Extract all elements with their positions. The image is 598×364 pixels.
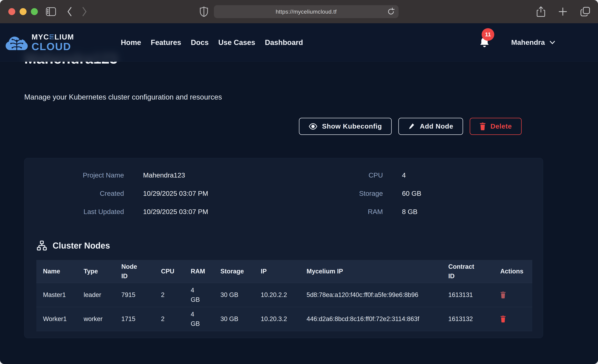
nav-link-dashboard[interactable]: Dashboard [265, 38, 303, 47]
detail-label: RAM [281, 208, 383, 216]
nav-link-docs[interactable]: Docs [191, 38, 209, 47]
col-storage: Storage [214, 260, 254, 283]
cell-actions [494, 307, 532, 331]
cell-ram: 4 GB [184, 283, 214, 307]
cell-type: worker [77, 307, 115, 331]
eye-icon [309, 123, 317, 130]
brand-wordmark: MYCELIUM CLOUD [32, 33, 74, 52]
table-header-row: Name Type Node ID CPU RAM Storage IP Myc… [36, 260, 532, 283]
back-icon[interactable] [66, 7, 73, 17]
detail-label: Created [25, 190, 124, 198]
cell-node-id: 7915 [115, 283, 154, 307]
notification-count-badge: 11 [482, 28, 494, 41]
table-row: Master1 leader 7915 2 4 GB 30 GB 10.20.2… [36, 283, 532, 307]
notifications-button[interactable]: 11 [479, 37, 490, 48]
url-input[interactable]: https://myceliumcloud.tf [214, 5, 399, 18]
cluster-details-panel: Project Name Mahendra123 CPU 4 Created 1… [24, 158, 543, 338]
forward-icon[interactable] [81, 7, 88, 17]
screenshot-canvas: https://myceliumcloud.tf [0, 0, 598, 364]
site-navbar: MYCELIUM CLOUD Home Features Docs Use Ca… [0, 23, 598, 62]
page-subtitle: Manage your Kubernetes cluster configura… [24, 93, 222, 101]
cell-actions [494, 283, 532, 307]
cell-ram: 4 GB [184, 307, 214, 331]
detail-value-ram: 8 GB [383, 208, 543, 216]
cell-cpu: 2 [154, 307, 184, 331]
delete-node-button[interactable] [500, 315, 506, 323]
nav-link-use-cases[interactable]: Use Cases [218, 38, 255, 47]
nav-links: Home Features Docs Use Cases Dashboard [121, 38, 303, 47]
nav-link-features[interactable]: Features [151, 38, 181, 47]
url-text: https://myceliumcloud.tf [276, 8, 337, 15]
show-kubeconfig-button[interactable]: Show Kubeconfig [299, 118, 392, 135]
detail-label: Project Name [25, 171, 124, 179]
reload-icon[interactable] [387, 8, 395, 16]
trash-icon [500, 291, 506, 298]
page-viewport: Mahendra123 Manage your Kubernetes clust… [0, 23, 598, 364]
page-content: Mahendra123 Manage your Kubernetes clust… [0, 23, 598, 364]
tabs-overview-icon[interactable] [581, 7, 590, 17]
minimize-window-button[interactable] [20, 8, 26, 15]
detail-value-last-updated: 10/29/2025 03:07 PM [124, 208, 281, 216]
cell-contract-id: 1613132 [442, 307, 494, 331]
user-menu[interactable]: Mahendra [511, 38, 555, 46]
cell-storage: 30 GB [214, 283, 254, 307]
delete-node-button[interactable] [500, 291, 506, 298]
address-bar-zone: https://myceliumcloud.tf [199, 5, 399, 18]
show-kubeconfig-label: Show Kubeconfig [322, 123, 382, 130]
delete-label: Delete [490, 123, 512, 130]
detail-label: Storage [281, 190, 383, 198]
cell-name: Master1 [36, 283, 77, 307]
traffic-lights [8, 8, 38, 15]
cell-cpu: 2 [154, 283, 184, 307]
cell-mycelium-ip: 5d8:78ea:a120:f40c:ff0f:a5fe:99e6:8b96 [300, 283, 442, 307]
privacy-shield-icon[interactable] [199, 6, 208, 17]
cell-name: Worker1 [36, 307, 77, 331]
cluster-details-grid: Project Name Mahendra123 CPU 4 Created 1… [25, 158, 543, 226]
cluster-nodes-title: Cluster Nodes [53, 241, 110, 250]
cell-type: leader [77, 283, 115, 307]
add-node-label: Add Node [420, 123, 453, 130]
nodes-table: Name Type Node ID CPU RAM Storage IP Myc… [36, 260, 532, 331]
col-contract-id: Contract ID [442, 260, 494, 283]
delete-cluster-button[interactable]: Delete [470, 118, 522, 135]
cell-contract-id: 1613131 [442, 283, 494, 307]
detail-value-cpu: 4 [383, 171, 543, 179]
detail-label: CPU [281, 171, 383, 179]
nav-right: 11 Mahendra [479, 37, 555, 48]
share-icon[interactable] [537, 6, 545, 17]
detail-value-storage: 60 GB [383, 190, 543, 198]
table-row: Worker1 worker 1715 2 4 GB 30 GB 10.20.3… [36, 307, 532, 331]
cell-ip: 10.20.2.2 [254, 283, 300, 307]
trash-icon [500, 315, 506, 323]
cell-mycelium-ip: 446:d2a6:8bcd:8c16:ff0f:72e2:3114:863f [300, 307, 442, 331]
new-tab-icon[interactable] [558, 7, 567, 16]
stylized-e: E [49, 33, 54, 41]
col-name: Name [36, 260, 77, 283]
sidebar-toggle-icon[interactable] [46, 7, 56, 16]
col-actions: Actions [494, 260, 532, 283]
col-node-id: Node ID [115, 260, 154, 283]
col-type: Type [77, 260, 115, 283]
col-ip: IP [254, 260, 300, 283]
browser-toolbar: https://myceliumcloud.tf [0, 0, 598, 23]
user-name: Mahendra [511, 38, 545, 46]
pencil-icon [408, 123, 415, 130]
cell-storage: 30 GB [214, 307, 254, 331]
brand-logo[interactable]: MYCELIUM CLOUD [5, 33, 74, 52]
browser-window: https://myceliumcloud.tf [0, 0, 598, 364]
trash-icon [480, 123, 486, 130]
add-node-button[interactable]: Add Node [398, 118, 463, 135]
close-window-button[interactable] [8, 8, 15, 15]
zoom-window-button[interactable] [31, 8, 38, 15]
detail-value-created: 10/29/2025 03:07 PM [124, 190, 281, 198]
cluster-actions: Show Kubeconfig Add Node [299, 118, 522, 135]
nodes-table-wrap: Name Type Node ID CPU RAM Storage IP Myc… [36, 260, 532, 331]
col-cpu: CPU [154, 260, 184, 283]
nav-link-home[interactable]: Home [121, 38, 141, 47]
network-nodes-icon [37, 240, 47, 251]
col-ram: RAM [184, 260, 214, 283]
detail-value-project-name: Mahendra123 [124, 171, 281, 179]
cell-node-id: 1715 [115, 307, 154, 331]
cell-ip: 10.20.3.2 [254, 307, 300, 331]
detail-label: Last Updated [25, 208, 124, 216]
